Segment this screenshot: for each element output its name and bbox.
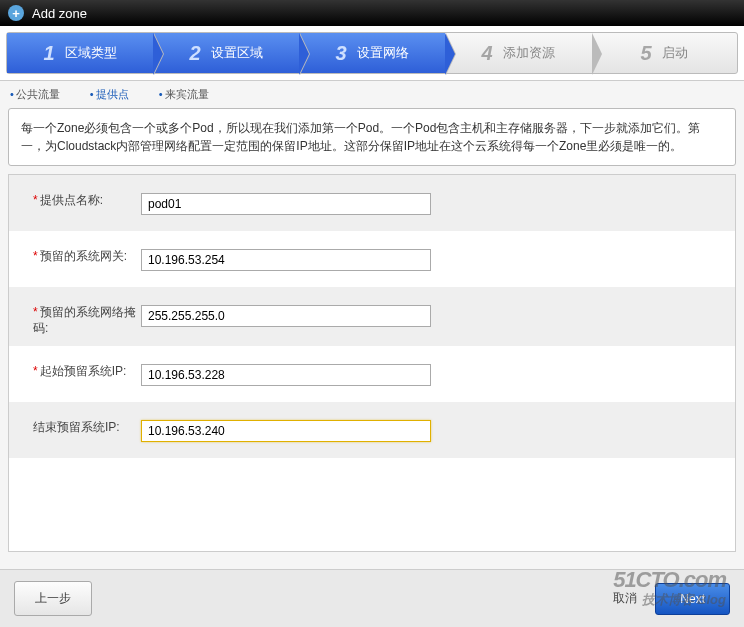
subtab-guest-traffic[interactable]: •来宾流量: [159, 87, 209, 102]
step-num: 4: [481, 42, 492, 65]
row-start-ip: *起始预留系统IP:: [9, 346, 735, 402]
bullet-icon: •: [90, 88, 94, 100]
step-label: 区域类型: [65, 44, 117, 62]
subtab-label: 来宾流量: [165, 88, 209, 100]
label-gateway: *预留的系统网关:: [33, 249, 141, 265]
subtab-public-traffic[interactable]: •公共流量: [10, 87, 60, 102]
step-num: 3: [335, 42, 346, 65]
titlebar: + Add zone: [0, 0, 744, 26]
required-icon: *: [33, 193, 38, 207]
row-end-ip: 结束预留系统IP:: [9, 402, 735, 458]
step-label: 设置网络: [357, 44, 409, 62]
step-setup-zone[interactable]: 2 设置区域: [153, 33, 299, 73]
required-icon: *: [33, 249, 38, 263]
wizard-steps: 1 区域类型 2 设置区域 3 设置网络 4 添加资源 5 启动: [6, 32, 738, 74]
gateway-input[interactable]: [141, 249, 431, 271]
label-pod-name: *提供点名称:: [33, 193, 141, 209]
label-text: 预留的系统网络掩码:: [33, 305, 136, 335]
start-ip-input[interactable]: [141, 364, 431, 386]
next-button[interactable]: Next: [655, 583, 730, 615]
required-icon: *: [33, 305, 38, 319]
step-num: 2: [189, 42, 200, 65]
step-num: 5: [640, 42, 651, 65]
step-label: 添加资源: [503, 44, 555, 62]
form-panel: *提供点名称: *预留的系统网关: *预留的系统网络掩码: *起始预留系统IP:…: [8, 174, 736, 552]
footer-right: 取消 Next: [613, 583, 730, 615]
row-gateway: *预留的系统网关:: [9, 231, 735, 287]
row-pod-name: *提供点名称:: [9, 175, 735, 231]
label-start-ip: *起始预留系统IP:: [33, 364, 141, 380]
pod-name-input[interactable]: [141, 193, 431, 215]
subtab-pod[interactable]: •提供点: [90, 87, 129, 102]
bullet-icon: •: [10, 88, 14, 100]
description-box: 每一个Zone必须包含一个或多个Pod，所以现在我们添加第一个Pod。一个Pod…: [8, 108, 736, 166]
step-label: 启动: [662, 44, 688, 62]
window-title: Add zone: [32, 6, 87, 21]
plus-icon: +: [8, 5, 24, 21]
label-netmask: *预留的系统网络掩码:: [33, 305, 141, 336]
step-add-resources: 4 添加资源: [445, 33, 591, 73]
label-text: 结束预留系统IP:: [33, 420, 120, 434]
row-netmask: *预留的系统网络掩码:: [9, 287, 735, 346]
end-ip-input[interactable]: [141, 420, 431, 442]
wizard-steps-wrap: 1 区域类型 2 设置区域 3 设置网络 4 添加资源 5 启动: [0, 26, 744, 81]
label-text: 预留的系统网关:: [40, 249, 127, 263]
bullet-icon: •: [159, 88, 163, 100]
subtabs: •公共流量 •提供点 •来宾流量: [0, 81, 744, 104]
step-label: 设置区域: [211, 44, 263, 62]
label-text: 起始预留系统IP:: [40, 364, 127, 378]
required-icon: *: [33, 364, 38, 378]
label-text: 提供点名称:: [40, 193, 103, 207]
subtab-label: 公共流量: [16, 88, 60, 100]
step-launch: 5 启动: [591, 33, 737, 73]
label-end-ip: 结束预留系统IP:: [33, 420, 141, 436]
netmask-input[interactable]: [141, 305, 431, 327]
footer: 上一步 取消 Next: [0, 569, 744, 627]
step-zone-type[interactable]: 1 区域类型: [7, 33, 153, 73]
cancel-button[interactable]: 取消: [613, 590, 637, 607]
subtab-label: 提供点: [96, 88, 129, 100]
step-setup-network[interactable]: 3 设置网络: [299, 33, 445, 73]
previous-button[interactable]: 上一步: [14, 581, 92, 616]
step-num: 1: [43, 42, 54, 65]
